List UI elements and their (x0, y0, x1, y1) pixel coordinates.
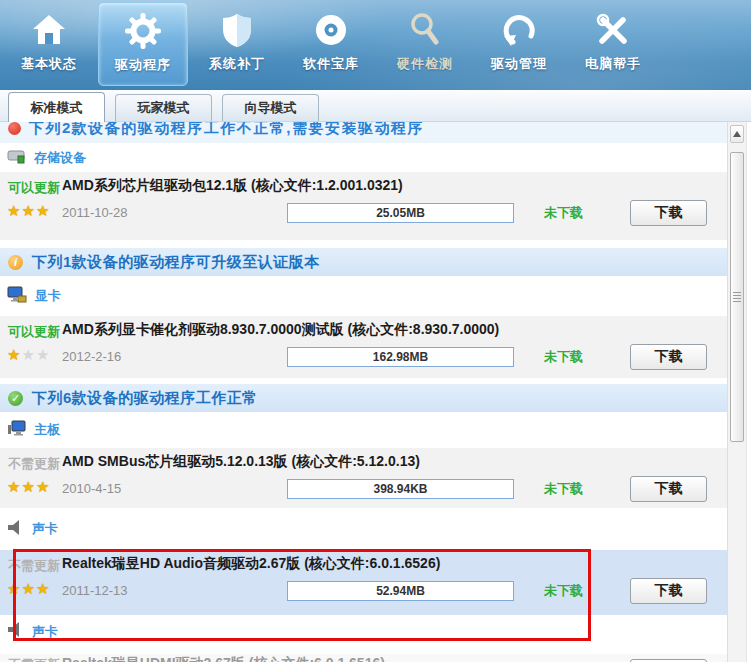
check-icon: ✓ (8, 391, 23, 406)
download-button[interactable]: 下载 (630, 578, 707, 604)
category-label: 存储设备 (34, 149, 86, 167)
download-state: 未下载 (544, 204, 583, 222)
download-button[interactable]: 下载 (630, 344, 707, 370)
category-sound-card: 声卡 (0, 615, 727, 648)
toolbar-item-hardware-detect[interactable]: 硬件检测 (380, 2, 470, 86)
driver-name: AMD SMBus芯片组驱动5.12.0.13版 (核心文件:5.12.0.13… (62, 453, 420, 471)
toolbar-label: 驱动管理 (491, 55, 547, 73)
star-rating: ★★★ (7, 478, 50, 496)
section-title: 下列6款设备的驱动程序工作正常 (32, 389, 258, 408)
scrollbar-thumb[interactable] (730, 152, 744, 442)
shield-icon (218, 2, 256, 52)
download-button[interactable]: 下载 (630, 476, 707, 502)
tools-icon (594, 2, 632, 52)
section-title: 下列2款设备的驱动程序工作不正常,需要安装驱动程序 (29, 122, 424, 138)
category-storage-device: 存储设备 (0, 143, 727, 172)
status-label: 可以更新 (8, 179, 60, 197)
driver-row[interactable]: 可以更新 AMD系列芯片组驱动包12.1版 (核心文件:1.2.001.0321… (0, 172, 727, 240)
section-title: 下列1款设备的驱动程序可升级至认证版本 (32, 253, 320, 272)
toolbar-label: 系统补丁 (209, 55, 265, 73)
up-arrow-icon (733, 131, 741, 137)
driver-app-window: 基本状态 驱动程序 系统补丁 软件宝库 (0, 0, 751, 662)
release-date: 2011-12-13 (62, 583, 128, 598)
mode-tabbar: 标准模式 玩家模式 向导模式 (0, 90, 751, 122)
toolbar-item-software-library[interactable]: 软件宝库 (286, 2, 376, 86)
star-rating: ★★★ (7, 346, 50, 364)
refresh-icon (500, 2, 538, 52)
section-header-clipped: 下列2款设备的驱动程序工作不正常,需要安装驱动程序 (0, 122, 727, 143)
sound-card-icon (7, 621, 24, 642)
category-sound-card: 声卡 (0, 508, 727, 550)
file-size-box: 398.94KB (287, 479, 514, 499)
status-label: 不需更新 (8, 455, 60, 473)
main-toolbar: 基本状态 驱动程序 系统补丁 软件宝库 (0, 0, 751, 90)
toolbar-label: 驱动程序 (115, 56, 171, 74)
download-button[interactable]: 下载 (630, 200, 707, 226)
magnifier-icon (406, 2, 444, 52)
download-state: 未下载 (544, 480, 583, 498)
category-graphics-card: 显卡 (0, 276, 727, 316)
release-date: 2010-4-15 (62, 481, 121, 496)
gear-icon (124, 3, 162, 53)
download-state: 未下载 (544, 348, 583, 366)
home-icon (30, 2, 68, 52)
toolbar-item-basic-status[interactable]: 基本状态 (4, 2, 94, 86)
motherboard-icon (7, 420, 26, 441)
driver-name: AMD系列显卡催化剂驱动8.930.7.0000测试版 (核心文件:8.930.… (62, 321, 499, 339)
release-date: 2011-10-28 (62, 205, 128, 220)
toolbar-item-driver-manage[interactable]: 驱动管理 (474, 2, 564, 86)
tab-player-mode[interactable]: 玩家模式 (115, 94, 212, 121)
download-state: 未下载 (544, 582, 583, 600)
category-label: 主板 (34, 421, 60, 439)
sound-card-icon (7, 519, 24, 540)
vertical-scrollbar[interactable] (727, 122, 747, 662)
star-rating: ★★★ (7, 202, 50, 220)
toolbar-label: 硬件检测 (397, 55, 453, 73)
driver-name: Realtek瑞昱HDMI驱动2.67版 (核心文件:6.0.1.6516) (62, 655, 385, 662)
toolbar-item-pc-helper[interactable]: 电脑帮手 (568, 2, 658, 86)
toolbar-item-drivers[interactable]: 驱动程序 (98, 2, 188, 86)
file-size-box: 52.94MB (287, 581, 514, 601)
status-label: 不需更新 (8, 656, 60, 662)
driver-row[interactable]: 可以更新 AMD系列显卡催化剂驱动8.930.7.0000测试版 (核心文件:8… (0, 316, 727, 378)
driver-row[interactable]: 不需更新 AMD SMBus芯片组驱动5.12.0.13版 (核心文件:5.12… (0, 448, 727, 508)
driver-row-clipped[interactable]: 不需更新 Realtek瑞昱HDMI驱动2.67版 (核心文件:6.0.1.65… (0, 654, 727, 662)
storage-device-icon (7, 148, 26, 168)
category-label: 显卡 (35, 287, 61, 305)
driver-row-highlighted[interactable]: 不需更新 Realtek瑞昱HD Audio音频驱动2.67版 (核心文件:6.… (0, 550, 727, 615)
star-rating: ★★★ (7, 580, 50, 598)
driver-name: AMD系列芯片组驱动包12.1版 (核心文件:1.2.001.0321) (62, 177, 403, 195)
graphics-card-icon (7, 286, 27, 307)
file-size-box: 162.98MB (287, 347, 514, 367)
category-motherboard: 主板 (0, 412, 727, 448)
scroll-up-button[interactable] (730, 125, 744, 143)
status-label: 不需更新 (8, 557, 60, 575)
driver-name: Realtek瑞昱HD Audio音频驱动2.67版 (核心文件:6.0.1.6… (62, 555, 440, 573)
toolbar-label: 基本状态 (21, 55, 77, 73)
tab-standard-mode[interactable]: 标准模式 (8, 92, 105, 122)
status-label: 可以更新 (8, 323, 60, 341)
disc-icon (312, 2, 350, 52)
driver-list: 下列2款设备的驱动程序工作不正常,需要安装驱动程序 存储设备 可以更新 AMD系… (0, 122, 727, 662)
info-icon: i (8, 255, 23, 270)
file-size-box: 25.05MB (287, 203, 514, 223)
tab-wizard-mode[interactable]: 向导模式 (222, 94, 319, 121)
section-header-upgradeable: i 下列1款设备的驱动程序可升级至认证版本 (0, 248, 727, 276)
toolbar-item-system-patches[interactable]: 系统补丁 (192, 2, 282, 86)
category-label: 声卡 (32, 520, 58, 538)
release-date: 2012-2-16 (62, 349, 121, 364)
toolbar-label: 软件宝库 (303, 55, 359, 73)
red-dot-icon (8, 122, 21, 135)
section-header-working-normal: ✓ 下列6款设备的驱动程序工作正常 (0, 384, 727, 412)
toolbar-label: 电脑帮手 (585, 55, 641, 73)
category-label: 声卡 (32, 623, 58, 641)
